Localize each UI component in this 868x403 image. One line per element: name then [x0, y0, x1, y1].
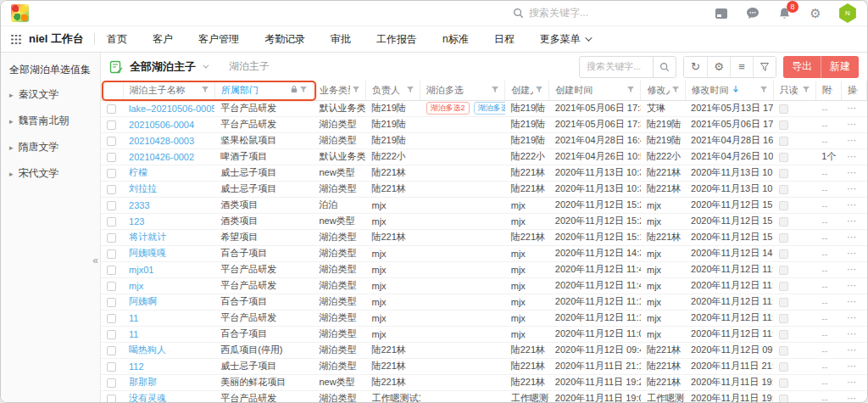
row-checkbox[interactable] [107, 378, 116, 388]
row-actions-icon[interactable]: ⋯ [847, 215, 857, 226]
export-button[interactable]: 导出 [783, 56, 821, 78]
row-actions-icon[interactable]: ⋯ [847, 344, 857, 355]
filter-icon[interactable] [803, 85, 810, 95]
row-checkbox[interactable] [107, 169, 116, 178]
record-link[interactable]: 123 [129, 216, 144, 227]
record-link[interactable]: 阿姨啊 [129, 296, 157, 306]
record-link[interactable]: 20210428-0003 [129, 136, 194, 146]
readonly-checkbox[interactable] [779, 362, 788, 372]
row-checkbox[interactable] [107, 282, 116, 291]
filter-icon[interactable] [300, 85, 307, 95]
column-header-biztype[interactable]: 业务类型 [313, 81, 365, 100]
row-checkbox[interactable] [107, 298, 116, 307]
sidebar-item-宋代文学[interactable]: ▸宋代文学 [9, 166, 100, 181]
record-link[interactable]: 2333 [129, 200, 149, 210]
row-actions-icon[interactable]: ⋯ [847, 167, 857, 177]
row-checkbox[interactable] [107, 185, 116, 194]
row-checkbox[interactable] [107, 137, 116, 146]
sidebar-item-隋唐文学[interactable]: ▸隋唐文学 [9, 140, 100, 154]
readonly-checkbox[interactable] [779, 298, 788, 307]
nav-item-客户管理[interactable]: 客户管理 [198, 32, 239, 47]
apps-icon[interactable] [713, 5, 730, 22]
table-search-input[interactable]: 搜索关键字... [580, 57, 653, 77]
row-checkbox[interactable] [107, 233, 116, 243]
readonly-checkbox[interactable] [779, 249, 788, 259]
nav-item-日程[interactable]: 日程 [494, 32, 515, 47]
readonly-checkbox[interactable] [779, 137, 788, 146]
column-header-ctime[interactable]: 创建时间 [549, 81, 641, 100]
readonly-checkbox[interactable] [779, 346, 788, 355]
readonly-checkbox[interactable] [779, 282, 788, 291]
record-link[interactable]: 喝热狗人 [129, 344, 166, 355]
filter-icon[interactable] [627, 85, 634, 95]
global-search[interactable]: 搜索关键字... [513, 6, 588, 20]
row-actions-icon[interactable]: ⋯ [847, 232, 857, 242]
record-link[interactable]: 20210506-0004 [129, 120, 194, 130]
row-checkbox[interactable] [107, 362, 116, 372]
tab-subview[interactable]: 湖泊主子 [229, 59, 270, 74]
column-header-mtime[interactable]: 修改时间 [685, 81, 773, 100]
record-link[interactable]: 刘拉拉 [129, 183, 157, 193]
sidebar-title[interactable]: 全部湖泊单选值集 [9, 63, 100, 77]
refresh-button[interactable]: ↻ [684, 57, 707, 77]
workspace-title[interactable]: niel 工作台 [29, 31, 84, 47]
filter-icon[interactable] [407, 85, 414, 95]
record-link[interactable]: 11 [129, 313, 138, 323]
row-actions-icon[interactable]: ⋯ [847, 377, 857, 387]
row-checkbox[interactable] [107, 120, 116, 130]
settings-gear-icon[interactable]: ⚙ [807, 5, 824, 22]
record-link[interactable]: mjx [129, 281, 143, 291]
notifications-bell-icon[interactable]: 8 [776, 5, 793, 22]
readonly-checkbox[interactable] [779, 104, 788, 114]
row-checkbox[interactable] [107, 330, 116, 339]
chat-icon[interactable] [744, 5, 761, 22]
filter-button[interactable] [753, 57, 776, 77]
table-search-button[interactable] [653, 57, 676, 77]
record-link[interactable]: 112 [129, 361, 144, 372]
sidebar-item-魏晋南北朝[interactable]: ▸魏晋南北朝 [9, 114, 100, 128]
readonly-checkbox[interactable] [779, 330, 788, 339]
view-title[interactable]: 全部湖泊主子 [130, 59, 196, 75]
row-actions-icon[interactable]: ⋯ [847, 119, 857, 129]
row-actions-icon[interactable]: ⋯ [847, 151, 857, 161]
sidebar-item-秦汉文学[interactable]: ▸秦汉文学 [9, 87, 100, 102]
row-actions-icon[interactable]: ⋯ [847, 280, 857, 290]
row-actions-icon[interactable]: ⋯ [847, 199, 857, 210]
nav-item-工作报告[interactable]: 工作报告 [376, 32, 417, 47]
row-checkbox[interactable] [107, 104, 116, 114]
filter-icon[interactable] [760, 85, 767, 95]
filter-icon[interactable] [202, 85, 209, 95]
row-checkbox[interactable] [107, 201, 116, 210]
nav-item-客户[interactable]: 客户 [153, 32, 173, 47]
sort-desc-icon[interactable] [732, 85, 739, 95]
waffle-grid-icon[interactable] [11, 35, 20, 44]
readonly-checkbox[interactable] [779, 217, 788, 227]
column-header-readonly[interactable]: 只读 [773, 81, 815, 100]
row-checkbox[interactable] [107, 153, 116, 162]
column-header-creator[interactable]: 创建人 [505, 81, 549, 100]
column-header-name[interactable]: 湖泊主子名称 [123, 81, 214, 100]
nav-item-首页[interactable]: 首页 [107, 32, 127, 47]
column-header-modifier[interactable]: 修改人 [641, 81, 685, 100]
app-logo[interactable] [11, 4, 29, 22]
filter-icon[interactable] [353, 85, 359, 95]
row-actions-icon[interactable]: ⋯ [847, 135, 857, 145]
nav-item-考勤记录[interactable]: 考勤记录 [264, 32, 305, 47]
row-actions-icon[interactable]: ⋯ [847, 183, 857, 193]
row-checkbox[interactable] [107, 395, 116, 403]
record-link[interactable]: 11 [129, 329, 138, 339]
column-header-owner[interactable]: 负责人 [365, 81, 420, 100]
column-header-ops[interactable]: 操作 [841, 81, 866, 100]
readonly-checkbox[interactable] [779, 395, 788, 403]
record-link[interactable]: 阿姨嘎嘎 [129, 248, 166, 258]
readonly-checkbox[interactable] [779, 314, 788, 323]
record-link[interactable]: 将计就计 [129, 232, 166, 242]
row-actions-icon[interactable]: ⋯ [847, 264, 857, 274]
record-link[interactable]: 柠檬 [129, 167, 147, 177]
create-button[interactable]: 新建 [821, 56, 859, 78]
more-menu[interactable]: 更多菜单 [540, 32, 590, 47]
row-actions-icon[interactable]: ⋯ [847, 393, 857, 403]
row-checkbox[interactable] [107, 346, 116, 355]
record-link[interactable]: lake–20210506-0005 [129, 104, 214, 114]
column-header-attach[interactable]: 附件 [815, 81, 841, 100]
